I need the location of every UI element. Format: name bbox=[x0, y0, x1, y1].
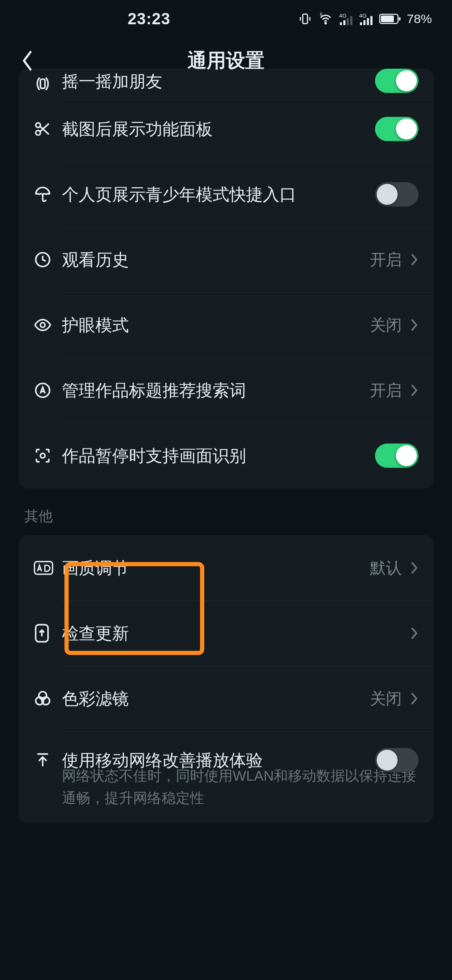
svg-rect-11 bbox=[367, 18, 369, 25]
toggle-teen-mode[interactable] bbox=[375, 182, 419, 206]
row-watch-history[interactable]: 观看历史 开启 bbox=[18, 227, 434, 292]
vibrate-icon bbox=[298, 12, 312, 26]
row-teen-mode-shortcut[interactable]: 个人页展示青少年模式快捷入口 bbox=[18, 162, 434, 227]
svg-rect-0 bbox=[303, 14, 307, 24]
toggle-shake[interactable] bbox=[375, 69, 419, 93]
svg-rect-4 bbox=[340, 22, 342, 25]
chevron-right-icon bbox=[410, 626, 419, 640]
color-filter-icon bbox=[33, 689, 62, 708]
section-header-other: 其他 bbox=[18, 507, 434, 535]
row-label: 使用移动网络改善播放体验 bbox=[62, 748, 375, 772]
row-label: 色彩滤镜 bbox=[62, 687, 370, 710]
status-time: 23:23 bbox=[0, 10, 298, 28]
chevron-right-icon bbox=[410, 561, 419, 575]
row-quality-adjust[interactable]: 画质调节 默认 bbox=[18, 535, 434, 601]
clock-icon bbox=[33, 250, 62, 269]
svg-rect-9 bbox=[360, 22, 362, 25]
wifi-icon: 6 bbox=[318, 11, 333, 26]
signal-1-icon: 4G bbox=[339, 13, 353, 25]
umbrella-icon bbox=[33, 185, 62, 204]
svg-rect-15 bbox=[399, 17, 401, 21]
row-subtext: 网络状态不佳时，同时使用WLAN和移动数据以保持连接通畅，提升网络稳定性 bbox=[18, 765, 434, 823]
scan-icon bbox=[33, 446, 62, 465]
upload-icon bbox=[33, 751, 62, 769]
row-manage-title-keywords[interactable]: 管理作品标题推荐搜索词 开启 bbox=[18, 358, 434, 423]
svg-rect-12 bbox=[370, 16, 372, 25]
chevron-right-icon bbox=[410, 318, 419, 332]
ad-icon bbox=[33, 560, 62, 576]
battery-percent: 78% bbox=[407, 12, 432, 26]
row-value: 默认 bbox=[370, 557, 402, 579]
row-label: 检查更新 bbox=[62, 622, 410, 645]
chevron-right-icon bbox=[410, 691, 419, 706]
svg-rect-16 bbox=[41, 79, 45, 88]
signal-2-icon: 4G bbox=[359, 13, 373, 25]
row-label: 管理作品标题推荐搜索词 bbox=[62, 379, 370, 402]
row-mobile-network-boost[interactable]: 使用移动网络改善播放体验 bbox=[18, 731, 434, 772]
scissors-icon bbox=[33, 120, 62, 138]
a-circle-icon bbox=[33, 381, 62, 400]
svg-rect-6 bbox=[347, 18, 349, 25]
eye-icon bbox=[33, 316, 62, 334]
row-label: 摇一摇加朋友 bbox=[62, 70, 375, 93]
toggle-screenshot[interactable] bbox=[375, 117, 419, 141]
update-icon bbox=[33, 623, 62, 643]
svg-rect-10 bbox=[363, 20, 365, 25]
row-label: 截图后展示功能面板 bbox=[62, 117, 375, 141]
svg-rect-14 bbox=[381, 15, 394, 22]
row-value: 开启 bbox=[370, 380, 402, 401]
status-bar: 23:23 6 4G 4G 78% bbox=[0, 0, 452, 38]
row-label: 观看历史 bbox=[62, 248, 370, 271]
row-label: 护眼模式 bbox=[62, 313, 370, 337]
svg-rect-5 bbox=[343, 20, 345, 25]
settings-group-1: 摇一摇加朋友 截图后展示功能面板 个人页展示青少年模式快捷入口 观看历史 开启 bbox=[18, 69, 434, 488]
row-value: 关闭 bbox=[370, 315, 402, 336]
svg-text:6: 6 bbox=[320, 12, 322, 17]
row-value: 关闭 bbox=[370, 688, 402, 709]
chevron-right-icon bbox=[410, 383, 419, 397]
row-eye-protection[interactable]: 护眼模式 关闭 bbox=[18, 292, 434, 358]
chevron-right-icon bbox=[410, 253, 419, 267]
svg-text:4G: 4G bbox=[359, 13, 367, 19]
row-label: 个人页展示青少年模式快捷入口 bbox=[62, 183, 375, 206]
row-color-filter[interactable]: 色彩滤镜 关闭 bbox=[18, 666, 434, 731]
row-pause-recognition[interactable]: 作品暂停时支持画面识别 bbox=[18, 423, 434, 488]
settings-group-2: 画质调节 默认 检查更新 色彩滤镜 关闭 使用移动网络改善播放体 bbox=[18, 535, 434, 823]
status-indicators: 6 4G 4G 78% bbox=[298, 11, 432, 26]
svg-point-22 bbox=[41, 323, 45, 328]
svg-point-24 bbox=[41, 454, 45, 458]
row-label: 作品暂停时支持画面识别 bbox=[62, 444, 375, 467]
svg-point-1 bbox=[325, 23, 326, 24]
row-check-update[interactable]: 检查更新 bbox=[18, 601, 434, 666]
battery-icon bbox=[379, 13, 401, 25]
row-shake-add-friend[interactable]: 摇一摇加朋友 bbox=[18, 69, 434, 96]
row-label: 画质调节 bbox=[62, 556, 370, 580]
row-screenshot-panel[interactable]: 截图后展示功能面板 bbox=[18, 96, 434, 162]
svg-text:4G: 4G bbox=[339, 13, 347, 19]
svg-rect-7 bbox=[350, 16, 352, 25]
shake-icon bbox=[33, 75, 62, 93]
toggle-pause-recognition[interactable] bbox=[375, 444, 419, 468]
row-value: 开启 bbox=[370, 249, 402, 271]
toggle-mobile-boost[interactable] bbox=[375, 748, 419, 772]
